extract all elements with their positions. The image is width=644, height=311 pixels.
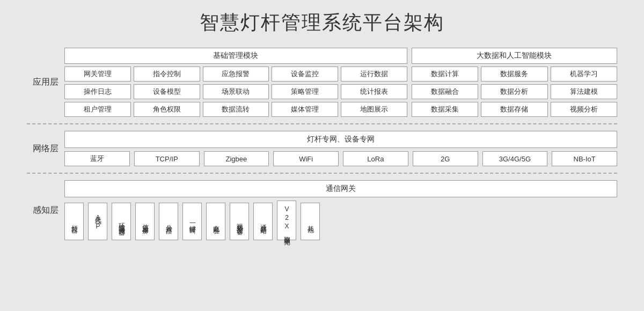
box-gateway-mgmt: 网关管理 [64, 66, 131, 82]
proto-2g: 2G [413, 151, 478, 166]
net-layer-row: 网络层 灯杆专网、设备专网 蓝牙 TCP/IP Zigbee WiFi LoRa… [27, 127, 617, 171]
box-emergency: 应急报警 [203, 66, 269, 82]
basic-module-section: 基础管理模块 网关管理 指令控制 应急报警 设备监控 运行数据 操作日志 设备模… [64, 48, 407, 117]
box-policy-mgmt: 策略管理 [272, 84, 338, 99]
page-title: 智慧灯杆管理系统平台架构 [200, 10, 444, 36]
device-sos: 一键呼叫 [182, 203, 202, 240]
box-data-collect: 数据采集 [412, 102, 478, 117]
box-stat-report: 统计报表 [341, 84, 407, 99]
app-layer-row: 应用层 基础管理模块 网关管理 指令控制 应急报警 设备监控 运行数据 操作日志 [27, 43, 617, 121]
separator-1 [27, 123, 617, 124]
ai-module-grid: 数据计算 数据服务 机器学习 数据融合 数据分析 算法建模 数据采集 数据存储 … [412, 66, 617, 117]
main-content: 应用层 基础管理模块 网关管理 指令控制 应急报警 设备监控 运行数据 操作日志 [27, 43, 617, 245]
proto-nbiot: NB-IoT [552, 151, 617, 166]
box-video-analysis: 视频分析 [551, 102, 617, 117]
protocol-row: 蓝牙 TCP/IP Zigbee WiFi LoRa 2G 3G/4G/5G N… [64, 151, 617, 166]
private-net-box: 灯杆专网、设备专网 [64, 131, 617, 148]
net-layer-content: 灯杆专网、设备专网 蓝牙 TCP/IP Zigbee WiFi LoRa 2G … [64, 127, 617, 171]
device-charger: 充电桩 [206, 203, 225, 240]
box-data-storage: 数据存储 [481, 102, 547, 117]
ai-module-section: 大数据和人工智能模块 数据计算 数据服务 机器学习 数据融合 数据分析 算法建模… [412, 48, 617, 117]
device-light-ctrl: 灯控器 [64, 203, 84, 240]
proto-tcpip: TCP/IP [134, 151, 200, 166]
box-data-analysis: 数据分析 [481, 84, 547, 99]
box-data-fusion: 数据融合 [412, 84, 478, 99]
proto-wifi: WiFi [273, 151, 339, 166]
box-tenant-mgmt: 租户管理 [64, 102, 131, 117]
app-layer-label: 应用层 [27, 43, 64, 121]
app-layer-content: 基础管理模块 网关管理 指令控制 应急报警 设备监控 运行数据 操作日志 设备模… [64, 43, 617, 121]
proto-lora: LoRa [343, 151, 408, 166]
device-broadcast: 公共广播 [159, 203, 178, 240]
box-op-log: 操作日志 [64, 84, 131, 99]
device-comm-station: 通信基站 [253, 203, 273, 240]
device-env-sensor: 环境监测传感器 [112, 203, 131, 240]
box-algo-model: 算法建模 [551, 84, 617, 99]
box-device-model: 设备模型 [134, 84, 200, 99]
box-data-service: 数据服务 [481, 66, 547, 82]
gateway-box: 通信网关 [64, 180, 617, 197]
proto-bluetooth: 蓝牙 [64, 151, 130, 166]
basic-module-grid: 网关管理 指令控制 应急报警 设备监控 运行数据 操作日志 设备模型 场景联动 … [64, 66, 407, 117]
box-device-monitor: 设备监控 [272, 66, 338, 82]
box-cmd-ctrl: 指令控制 [134, 66, 200, 82]
box-ml: 机器学习 [551, 66, 617, 82]
perception-layer-label: 感知层 [27, 176, 64, 245]
box-map-display: 地图展示 [341, 102, 407, 117]
devices-row: 灯控器 无线AP 环境监测传感器 信息发布屏 公共广播 一键呼叫 充电桩 视频监… [64, 201, 617, 240]
net-layer-label: 网络层 [27, 127, 64, 171]
proto-zigbee: Zigbee [204, 151, 269, 166]
device-wireless-ap: 无线AP [88, 203, 107, 240]
box-run-data: 运行数据 [341, 66, 407, 82]
ai-module-header: 大数据和人工智能模块 [412, 48, 617, 64]
box-role-auth: 角色权限 [134, 102, 200, 117]
separator-2 [27, 173, 617, 174]
box-data-flow: 数据流转 [203, 102, 269, 117]
basic-module-header: 基础管理模块 [64, 48, 407, 64]
device-others: 其他 [301, 203, 320, 240]
box-scene-linkage: 场景联动 [203, 84, 269, 99]
app-row-inner: 基础管理模块 网关管理 指令控制 应急报警 设备监控 运行数据 操作日志 设备模… [64, 48, 617, 117]
box-media-mgmt: 媒体管理 [272, 102, 338, 117]
proto-3g4g5g: 3G/4G/5G [482, 151, 548, 166]
device-video-ctrl: 视频监控设备 [230, 203, 249, 240]
box-data-compute: 数据计算 [412, 66, 478, 82]
perception-layer-content: 通信网关 灯控器 无线AP 环境监测传感器 信息发布屏 公共广播 一键呼叫 充电… [64, 176, 617, 245]
perception-layer-row: 感知层 通信网关 灯控器 无线AP 环境监测传感器 信息发布屏 公共广播 一键呼… [27, 176, 617, 245]
device-v2x: V2X路侧单元 [277, 201, 296, 240]
device-info-screen: 信息发布屏 [135, 203, 155, 240]
